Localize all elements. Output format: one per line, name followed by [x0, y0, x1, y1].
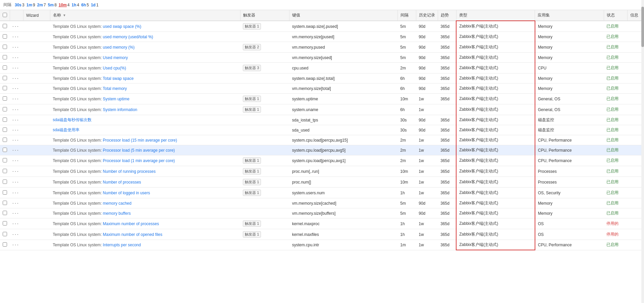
status-badge[interactable]: 已启用 — [606, 211, 619, 215]
row-dots-menu[interactable]: • • • — [10, 135, 23, 145]
row-dots-menu[interactable]: • • • — [10, 53, 23, 63]
row-name[interactable]: Template OS Linux system: Processor load… — [50, 135, 240, 145]
row-status[interactable]: 已启用 — [604, 188, 627, 198]
row-name[interactable]: Template OS Linux system: memory cached — [50, 198, 240, 208]
row-status[interactable]: 已启用 — [604, 42, 627, 53]
row-name-link[interactable]: Used memory — [103, 55, 128, 60]
header-trigger[interactable]: 触发器 — [240, 10, 289, 21]
status-badge[interactable]: 已启用 — [606, 45, 619, 49]
status-badge[interactable]: 已启用 — [606, 76, 619, 81]
interval-30s[interactable]: 30s 3 — [15, 3, 24, 7]
status-badge[interactable]: 已启用 — [606, 190, 619, 195]
trigger-badge[interactable]: 触发器 1 — [243, 157, 261, 164]
row-checkbox[interactable] — [3, 201, 7, 205]
row-name[interactable]: Template OS Linux system: Total swap spa… — [50, 73, 240, 84]
status-badge[interactable]: 已启用 — [606, 138, 619, 142]
status-badge[interactable]: 已启用 — [606, 201, 619, 205]
row-name-link[interactable]: System information — [103, 107, 138, 112]
row-name[interactable]: Template OS Linux system: Used cpu(%) — [50, 63, 240, 73]
row-checkbox[interactable] — [3, 45, 7, 49]
row-trigger[interactable]: 触发器 1 — [240, 188, 289, 198]
row-name-link[interactable]: System uptime — [103, 97, 129, 101]
row-dots-menu[interactable]: • • • — [10, 218, 23, 229]
row-name[interactable]: Template OS Linux system: System informa… — [50, 104, 240, 115]
trigger-badge[interactable]: 触发器 1 — [243, 106, 261, 113]
row-status[interactable]: 已启用 — [604, 104, 627, 115]
row-checkbox[interactable] — [3, 242, 7, 247]
select-all-checkbox[interactable] — [3, 13, 7, 17]
row-dots-menu[interactable]: • • • — [10, 145, 23, 155]
row-checkbox[interactable] — [3, 221, 7, 225]
row-checkbox[interactable] — [3, 128, 7, 132]
row-trigger[interactable]: 触发器 1 — [240, 166, 289, 177]
status-badge[interactable]: 已启用 — [606, 169, 619, 173]
header-interval[interactable]: 间隔 — [397, 10, 416, 21]
row-dots-menu[interactable]: • • • — [10, 166, 23, 177]
row-dots-menu[interactable]: • • • — [10, 32, 23, 42]
row-name-link[interactable]: used memory (used/total %) — [103, 35, 153, 39]
status-badge[interactable]: 已启用 — [606, 86, 619, 91]
status-badge[interactable]: 已启用 — [606, 242, 619, 247]
row-dots-menu[interactable]: • • • — [10, 73, 23, 84]
row-checkbox[interactable] — [3, 117, 7, 122]
row-name-link[interactable]: used memory (%) — [103, 45, 135, 50]
header-history[interactable]: 历史记录 — [416, 10, 438, 21]
row-checkbox[interactable] — [3, 158, 7, 162]
row-name[interactable]: Template OS Linux system: Interrupts per… — [50, 240, 240, 250]
status-badge[interactable]: 已启用 — [606, 55, 619, 60]
row-status[interactable]: 已启用 — [604, 145, 627, 155]
row-checkbox[interactable] — [3, 65, 7, 70]
row-checkbox[interactable] — [3, 24, 7, 28]
row-status[interactable]: 停用的 — [604, 218, 627, 229]
status-badge[interactable]: 已启用 — [606, 107, 619, 112]
row-status[interactable]: 已启用 — [604, 32, 627, 42]
row-status[interactable]: 已启用 — [604, 208, 627, 218]
trigger-badge[interactable]: 触发器 1 — [243, 231, 261, 238]
status-badge[interactable]: 已启用 — [606, 158, 619, 163]
row-name[interactable]: sda磁盘每秒传输次数 — [50, 115, 240, 125]
trigger-badge[interactable]: 触发器 1 — [243, 220, 261, 227]
row-checkbox[interactable] — [3, 96, 7, 101]
status-badge[interactable]: 已启用 — [606, 65, 619, 70]
row-trigger[interactable]: 触发器 1 — [240, 155, 289, 166]
row-name[interactable]: Template OS Linux system: Processor load… — [50, 145, 240, 155]
trigger-badge[interactable]: 触发器 1 — [243, 23, 261, 30]
row-dots-menu[interactable]: • • • — [10, 177, 23, 188]
row-name-link[interactable]: Total memory — [103, 86, 127, 91]
row-trigger[interactable]: 触发器 1 — [240, 218, 289, 229]
row-trigger[interactable]: 触发器 2 — [240, 42, 289, 53]
row-name-link[interactable]: Processor load (1 min average per core) — [103, 158, 175, 163]
row-name-link[interactable]: Maximum number of processes — [103, 221, 159, 226]
header-type[interactable]: 类型 — [456, 10, 535, 21]
row-name-link[interactable]: Maximum number of opened files — [103, 232, 162, 237]
header-status[interactable]: 状态 — [604, 10, 627, 21]
row-trigger[interactable]: 触发器 1 — [240, 177, 289, 188]
row-status[interactable]: 已启用 — [604, 94, 627, 104]
status-badge[interactable]: 已启用 — [606, 180, 619, 184]
status-badge[interactable]: 已启用 — [606, 117, 619, 122]
row-name[interactable]: Template OS Linux system: memory buffers — [50, 208, 240, 218]
row-dots-menu[interactable]: • • • — [10, 229, 23, 240]
row-trigger[interactable]: 触发器 1 — [240, 229, 289, 240]
interval-2m[interactable]: 2m 7 — [37, 3, 46, 7]
row-checkbox[interactable] — [3, 138, 7, 142]
row-name[interactable]: Template OS Linux system: Processor load… — [50, 155, 240, 166]
row-name-link[interactable]: memory buffers — [103, 211, 131, 216]
row-checkbox[interactable] — [3, 86, 7, 90]
row-dots-menu[interactable]: • • • — [10, 104, 23, 115]
row-checkbox[interactable] — [3, 34, 7, 39]
row-status[interactable]: 已启用 — [604, 177, 627, 188]
trigger-badge[interactable]: 触发器 1 — [243, 96, 261, 102]
row-checkbox[interactable] — [3, 76, 7, 80]
row-status[interactable]: 已启用 — [604, 53, 627, 63]
interval-1d[interactable]: 1d 1 — [91, 3, 99, 7]
status-badge[interactable]: 停用的 — [606, 232, 619, 237]
row-name-link[interactable]: Number of processes — [103, 180, 141, 185]
row-dots-menu[interactable]: • • • — [10, 198, 23, 208]
row-name-link[interactable]: sda磁盘每秒传输次数 — [53, 117, 91, 122]
status-badge[interactable]: 已启用 — [606, 128, 619, 132]
row-name[interactable]: Template OS Linux system: used swap spac… — [50, 21, 240, 32]
row-checkbox[interactable] — [3, 180, 7, 184]
row-name[interactable]: Template OS Linux system: Maximum number… — [50, 229, 240, 240]
row-status[interactable]: 已启用 — [604, 125, 627, 135]
